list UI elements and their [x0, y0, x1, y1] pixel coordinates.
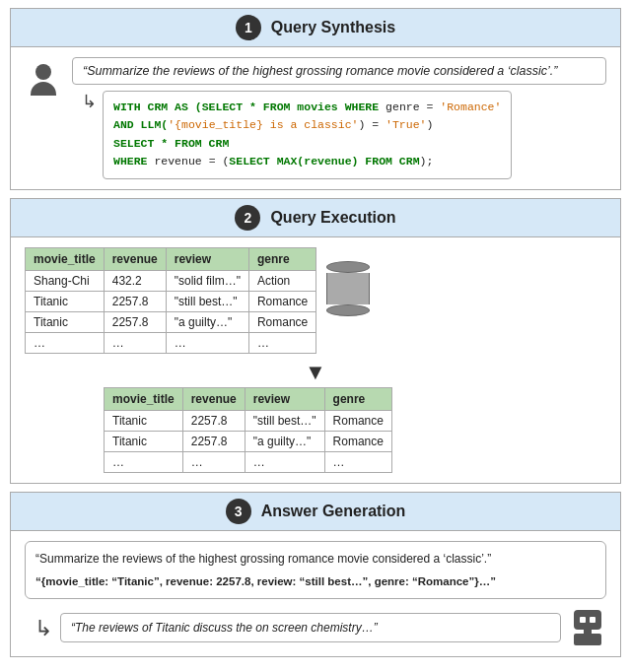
robot-eye-left — [580, 617, 586, 623]
code-line-2: AND LLM('{movie_title} is a classic') = … — [113, 116, 501, 134]
database-icon — [326, 261, 370, 316]
str-romance: 'Romance' — [440, 101, 501, 113]
section-3-title: Answer Generation — [261, 503, 406, 520]
fcell-review: "a guilty…" — [245, 431, 324, 451]
code-line-3: SELECT * FROM CRM — [113, 135, 501, 153]
fcell-revenue: 2257.8 — [182, 410, 245, 431]
filtered-table-header: movie_title revenue review genre — [105, 387, 392, 410]
kw-max: SELECT MAX(revenue) FROM CRM — [229, 155, 419, 168]
cell-genre: Romance — [248, 311, 316, 332]
filtered-table-body: Titanic 2257.8 "still best…" Romance Tit… — [105, 410, 392, 472]
section-2-title: Query Execution — [270, 209, 395, 227]
cell-review: "a guilty…" — [166, 311, 248, 332]
s3-arrow-icon: ↳ — [35, 618, 52, 639]
cell-review: "still best…" — [166, 291, 248, 311]
kw-with: WITH CRM AS ( — [113, 101, 202, 113]
fcell-ellipsis: … — [105, 451, 183, 472]
col-review: review — [166, 247, 248, 270]
user-query-bubble: “Summarize the reviews of the highest gr… — [72, 57, 606, 85]
s3-arrow-row: ↳ “The reviews of Titanic discuss the on… — [35, 609, 606, 646]
code-eq: ) = — [358, 118, 386, 131]
table-row: Titanic 2257.8 "still best…" Romance — [26, 291, 316, 311]
section-3-body: “Summarize the reviews of the highest gr… — [11, 531, 620, 656]
cell-genre: Action — [248, 270, 316, 291]
table-row: Titanic 2257.8 "a guilty…" Romance — [105, 431, 392, 451]
filtered-table-area: movie_title revenue review genre Titanic… — [104, 387, 606, 473]
fcol-genre: genre — [324, 387, 391, 410]
cell-ellipsis: … — [248, 332, 316, 353]
code-revenue: revenue = ( — [148, 155, 230, 168]
kw-select1: SELECT * FROM movies — [202, 101, 345, 113]
cell-revenue: 2257.8 — [104, 291, 166, 311]
str-true: 'True' — [386, 118, 426, 131]
full-table-body: Shang-Chi 432.2 "solid film…" Action Tit… — [26, 270, 316, 353]
user-icon — [25, 61, 62, 99]
fcell-review: "still best…" — [245, 410, 324, 431]
section-2-header: 2 Query Execution — [11, 199, 620, 237]
col-genre: genre — [248, 247, 316, 270]
fcell-ellipsis: … — [245, 451, 324, 472]
full-table: movie_title revenue review genre Shang-C… — [25, 247, 316, 354]
robot-body — [574, 634, 601, 645]
full-table-area: movie_title revenue review genre Shang-C… — [25, 247, 606, 354]
kw-where1: WHERE — [345, 101, 380, 113]
db-body — [326, 273, 370, 304]
code-line-1: WITH CRM AS (SELECT * FROM movies WHERE … — [113, 99, 501, 116]
step-2-badge: 2 — [235, 205, 260, 231]
cell-review: "solid film…" — [166, 270, 248, 291]
table-row: … … … … — [26, 332, 316, 353]
user-head — [35, 64, 51, 80]
cell-revenue: 2257.8 — [104, 311, 166, 332]
db-bottom — [326, 304, 370, 316]
arrow-indent: ↳ WITH CRM AS (SELECT * FROM movies WHER… — [82, 91, 606, 179]
table-row: Shang-Chi 432.2 "solid film…" Action — [26, 270, 316, 291]
cell-movie: Titanic — [26, 311, 105, 332]
s1-right-content: “Summarize the reviews of the highest gr… — [72, 57, 606, 179]
section-1-header: 1 Query Synthesis — [11, 9, 620, 47]
fcell-ellipsis: … — [324, 451, 391, 472]
fcol-review: review — [245, 387, 324, 410]
down-arrow-icon: ▼ — [25, 362, 606, 383]
robot-head — [574, 610, 601, 630]
sql-code-box: WITH CRM AS (SELECT * FROM movies WHERE … — [103, 91, 512, 179]
fcol-movie-title: movie_title — [105, 387, 183, 410]
section-2-body: movie_title revenue review genre Shang-C… — [11, 237, 620, 483]
fcell-revenue: 2257.8 — [182, 431, 245, 451]
db-top — [326, 261, 370, 273]
code-genre-eq: genre = — [379, 101, 440, 113]
table-row: Titanic 2257.8 "still best…" Romance — [105, 410, 392, 431]
cell-ellipsis: … — [26, 332, 105, 353]
cell-movie: Shang-Chi — [26, 270, 105, 291]
cell-movie: Titanic — [26, 291, 105, 311]
cell-ellipsis: … — [166, 332, 248, 353]
fcell-genre: Romance — [324, 410, 391, 431]
code-line-4: WHERE revenue = (SELECT MAX(revenue) FRO… — [113, 153, 501, 170]
code-paren: ) — [426, 118, 433, 131]
fcell-movie: Titanic — [105, 410, 183, 431]
kw-and-llm: AND LLM( — [113, 118, 168, 131]
robot-eye-right — [590, 617, 596, 623]
kw-select2: SELECT * FROM CRM — [113, 137, 229, 150]
section-1-title: Query Synthesis — [271, 19, 395, 36]
str-classic-param: '{movie_title} is a classic' — [168, 118, 358, 131]
cell-revenue: 432.2 — [104, 270, 166, 291]
section-query-execution: 2 Query Execution movie_title revenue re… — [10, 198, 621, 484]
input-context-box: “Summarize the reviews of the highest gr… — [25, 541, 606, 599]
arrow-icon: ↳ — [82, 93, 97, 110]
step-1-badge: 1 — [236, 15, 261, 40]
cell-ellipsis: … — [104, 332, 166, 353]
output-answer-bubble: “The reviews of Titanic discuss the on s… — [60, 613, 561, 642]
fcol-revenue: revenue — [182, 387, 245, 410]
col-revenue: revenue — [104, 247, 166, 270]
full-table-header: movie_title revenue review genre — [26, 247, 316, 270]
context-user-query: “Summarize the reviews of the highest gr… — [35, 550, 596, 568]
context-data-row: “{movie_title: “Titanic”, revenue: 2257.… — [35, 573, 596, 590]
section-3-header: 3 Answer Generation — [11, 493, 620, 531]
table-row: … … … … — [105, 451, 392, 472]
fcell-movie: Titanic — [105, 431, 183, 451]
code-semicolon: ); — [420, 155, 434, 168]
step-3-badge: 3 — [226, 499, 251, 524]
section-query-synthesis: 1 Query Synthesis “Summarize the reviews… — [10, 8, 621, 190]
filtered-table: movie_title revenue review genre Titanic… — [104, 387, 392, 473]
section-answer-generation: 3 Answer Generation “Summarize the revie… — [10, 492, 621, 657]
